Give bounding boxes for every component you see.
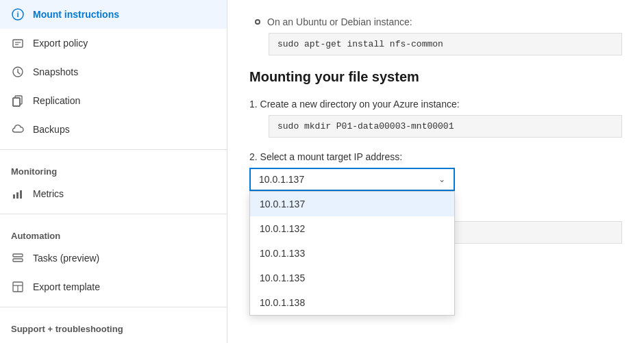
- template-icon: [11, 280, 25, 294]
- prereq-code: sudo apt-get install nfs-common: [269, 33, 622, 55]
- sidebar-section-automation: Automation: [0, 220, 227, 244]
- step1: 1. Create a new directory on your Azure …: [249, 99, 622, 138]
- section-title: Mounting your file system: [249, 69, 622, 85]
- sidebar-item-label: Export policy: [33, 38, 88, 49]
- sidebar-item-label: Metrics: [33, 188, 64, 199]
- export-icon: [11, 36, 25, 50]
- sidebar-item-label: Tasks (preview): [33, 253, 99, 264]
- dropdown-selected-value: 10.0.1.137: [259, 174, 304, 185]
- chart-icon: [11, 187, 25, 201]
- sidebar: i Mount instructions Export policy Snaps…: [0, 0, 227, 343]
- cloud-icon: [11, 123, 25, 136]
- svg-rect-14: [13, 254, 23, 257]
- clock-icon: [11, 65, 25, 79]
- sidebar-item-label: Mount instructions: [33, 9, 119, 20]
- svg-text:i: i: [16, 10, 18, 18]
- chevron-down-icon: ⌄: [438, 175, 445, 184]
- sidebar-item-backups[interactable]: Backups: [0, 115, 227, 144]
- dropdown-option-3[interactable]: 10.0.1.135: [250, 266, 454, 290]
- prereq-label: On an Ubuntu or Debian instance:: [267, 16, 412, 27]
- svg-line-7: [18, 73, 20, 75]
- sidebar-item-label: Replication: [33, 95, 80, 106]
- step2: 2. Select a mount target IP address: 10.…: [249, 151, 622, 191]
- svg-rect-9: [13, 98, 20, 106]
- sidebar-divider-2: [0, 214, 227, 214]
- dropdown-option-4[interactable]: 10.0.1.138: [250, 290, 454, 315]
- info-icon: i: [11, 8, 25, 21]
- sidebar-item-label: Export template: [33, 281, 100, 292]
- svg-rect-12: [16, 192, 18, 199]
- sidebar-item-label: Backups: [33, 124, 70, 135]
- sidebar-section-support: Support + troubleshooting: [0, 313, 227, 337]
- svg-rect-15: [13, 259, 23, 262]
- sidebar-item-mount-instructions[interactable]: i Mount instructions: [0, 0, 227, 29]
- sidebar-section-monitoring: Monitoring: [0, 155, 227, 179]
- sidebar-item-metrics[interactable]: Metrics: [0, 179, 227, 208]
- sidebar-item-snapshots[interactable]: Snapshots: [0, 58, 227, 86]
- step1-code: sudo mkdir P01-data00003-mnt00001: [269, 115, 622, 138]
- dropdown-menu: 10.0.1.137 10.0.1.132 10.0.1.133 10.0.1.…: [249, 191, 455, 316]
- svg-rect-2: [13, 40, 23, 47]
- sidebar-item-label: Snapshots: [33, 66, 78, 77]
- step2-label: 2. Select a mount target IP address:: [249, 151, 622, 162]
- sidebar-item-replication[interactable]: Replication: [0, 86, 227, 115]
- prereq-section: On an Ubuntu or Debian instance: sudo ap…: [249, 16, 622, 55]
- tasks-icon: [11, 251, 25, 265]
- dropdown-option-0[interactable]: 10.0.1.137: [250, 192, 454, 216]
- bullet-icon: [255, 19, 260, 25]
- sidebar-divider-1: [0, 149, 227, 150]
- sidebar-item-export-policy[interactable]: Export policy: [0, 29, 227, 58]
- main-content: On an Ubuntu or Debian instance: sudo ap…: [227, 0, 644, 343]
- dropdown-option-2[interactable]: 10.0.1.133: [250, 241, 454, 266]
- ip-dropdown[interactable]: 10.0.1.137 ⌄: [249, 168, 455, 191]
- copy-icon: [11, 94, 25, 107]
- sidebar-item-export-template[interactable]: Export template: [0, 272, 227, 301]
- dropdown-container: 10.0.1.137 ⌄ 10.0.1.137 10.0.1.132 10.0.…: [249, 168, 455, 191]
- step1-label: 1. Create a new directory on your Azure …: [249, 99, 622, 110]
- sidebar-item-tasks[interactable]: Tasks (preview): [0, 244, 227, 272]
- dropdown-option-1[interactable]: 10.0.1.132: [250, 216, 454, 241]
- sidebar-divider-3: [0, 307, 227, 307]
- prereq-item: On an Ubuntu or Debian instance:: [249, 16, 622, 27]
- svg-rect-11: [13, 194, 15, 199]
- svg-rect-13: [20, 190, 22, 199]
